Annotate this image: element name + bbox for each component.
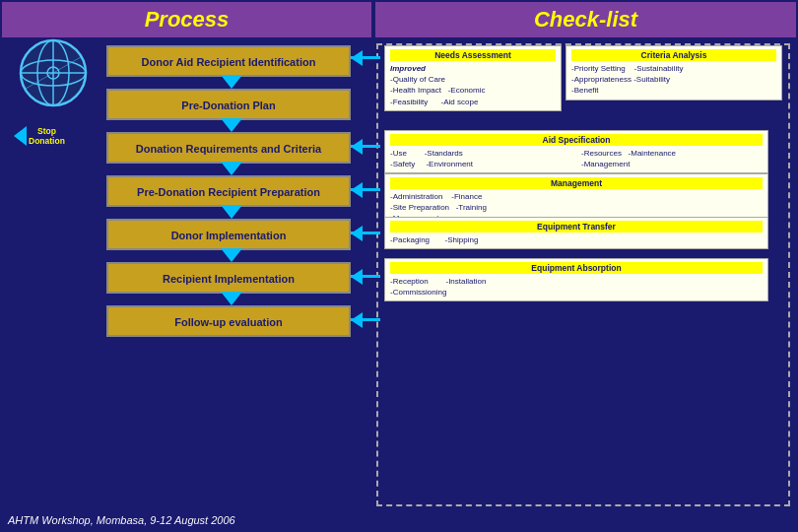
arrow-down-4 (221, 205, 242, 219)
cl-aid-item1: -Use -Standards (390, 148, 571, 159)
cl-equip-transfer-title: Equipment Transfer (390, 221, 763, 233)
pbox-donor-aid-label: Donor Aid Recipient Identification (142, 56, 316, 68)
pbox-donor-impl: Donor Implementation (106, 219, 351, 250)
pbox-pre-donation-plan-label: Pre-Donation Plan (181, 100, 275, 111)
cl-criteria-content: -Priority Setting -Sustainability -Appro… (571, 63, 776, 97)
pbox-donor-impl-label: Donor Implementation (171, 230, 287, 241)
arrow-down-2 (221, 118, 242, 132)
cl-equipment-absorption: Equipment Absorption -Reception -Install… (384, 258, 768, 301)
footer: AHTM Workshop, Mombasa, 9-12 August 2006 (8, 510, 235, 528)
cl-aid-specification: Aid Specification -Use -Standards -Safet… (384, 130, 768, 173)
arrow-down-1 (221, 75, 242, 89)
arrow-down-5 (221, 248, 242, 262)
cl-arrow-5-head (351, 269, 363, 285)
cl-aid-item2: -Safety -Environment (390, 159, 571, 169)
cl-mgmt-item2: -Site Preparation -Training (390, 202, 763, 213)
cl-equip-transfer-item1: -Packaging -Shipping (390, 234, 763, 245)
header-checklist-block: Check-list (375, 2, 796, 37)
cl-criteria-analysis: Criteria Analysis -Priority Setting -Sus… (565, 45, 782, 100)
cl-needs-improved: Improved (390, 63, 556, 74)
checklist-title: Check-list (534, 7, 637, 33)
cl-aid-item4: -Management (581, 159, 763, 169)
header: Process Check-list (0, 0, 798, 37)
cl-equip-absorb-item1: -Reception -Installation (390, 276, 763, 287)
cl-arrow-3-head (351, 182, 363, 198)
cl-criteria-item2: -Appropriateness -Suitability (571, 74, 776, 85)
cl-mgmt-title: Management (390, 177, 763, 189)
pbox-donation-req: Donation Requirements and Criteria (106, 132, 351, 164)
pbox-recipient-impl-label: Recipient Implementation (163, 273, 295, 285)
cl-equip-absorb-item2: -Commissioning (390, 287, 763, 298)
pbox-pre-donation-prep: Pre-Donation Recipient Preparation (106, 175, 351, 207)
footer-text: AHTM Workshop, Mombasa, 9-12 August 2006 (8, 514, 235, 526)
cl-needs-item3: -Feasibility -Aid scope (390, 97, 556, 107)
cl-needs-assessment: Needs Assessment Improved -Quality of Ca… (384, 45, 562, 111)
pbox-recipient-impl: Recipient Implementation (106, 262, 351, 294)
cl-aid-title: Aid Specification (390, 134, 763, 146)
cl-equipment-transfer: Equipment Transfer -Packaging -Shipping (384, 217, 768, 249)
cl-arrow-6-head (351, 312, 363, 328)
cl-needs-content: Improved -Quality of Care -Health Impact… (390, 63, 556, 107)
pbox-follow-up-label: Follow-up evaluation (174, 316, 282, 328)
pbox-pre-donation-plan: Pre-Donation Plan (106, 89, 351, 120)
cl-aid-item3: -Resources -Maintenance (581, 148, 763, 159)
pbox-donation-req-label: Donation Requirements and Criteria (136, 143, 321, 155)
cl-criteria-item3: -Benefit (571, 85, 776, 96)
cl-needs-title: Needs Assessment (390, 49, 556, 61)
cl-equip-absorb-content: -Reception -Installation -Commissioning (390, 276, 763, 298)
stop-donation-area: Stop Donation (14, 126, 65, 146)
arrow-down-6 (221, 292, 242, 305)
pbox-follow-up: Follow-up evaluation (106, 305, 351, 337)
cl-criteria-title: Criteria Analysis (571, 49, 776, 61)
header-process-block: Process (2, 2, 371, 37)
pbox-pre-donation-prep-label: Pre-Donation Recipient Preparation (137, 186, 320, 198)
cl-criteria-item1: -Priority Setting -Sustainability (571, 63, 776, 74)
cl-aid-content: -Use -Standards -Safety -Environment -Re… (390, 148, 763, 169)
cl-arrow-4-head (351, 226, 363, 241)
cl-arrow-2-head (351, 139, 363, 155)
arrow-down-3 (221, 162, 242, 175)
cl-mgmt-item1: -Administration -Finance (390, 191, 763, 202)
cl-needs-item2: -Health Impact -Economic (390, 85, 556, 96)
stop-donation-arrow-icon (14, 126, 27, 146)
cl-arrow-1-head (351, 50, 363, 66)
process-title: Process (145, 7, 230, 33)
stop-donation-label: Stop Donation (29, 126, 65, 146)
cl-equip-absorb-title: Equipment Absorption (390, 262, 763, 274)
pbox-donor-aid: Donor Aid Recipient Identification (106, 45, 351, 77)
cl-needs-item1: -Quality of Care (390, 74, 556, 85)
main-layout: Donor Aid Recipient Identification Pre-D… (0, 39, 798, 512)
cl-equip-transfer-content: -Packaging -Shipping (390, 234, 763, 245)
